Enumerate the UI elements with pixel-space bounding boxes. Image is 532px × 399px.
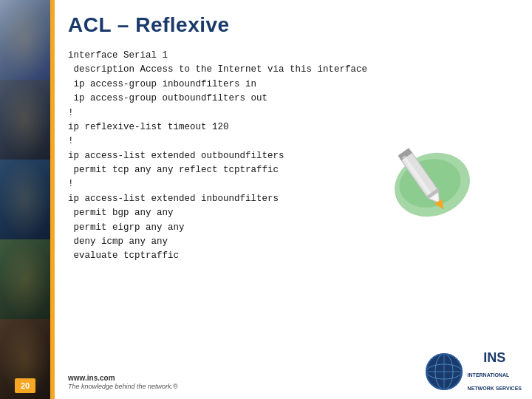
sidebar-photo-2 (0, 80, 50, 160)
ins-company-name: INS INTERNATIONAL NETWORK SERVICES (468, 350, 522, 392)
ins-logo: INS INTERNATIONAL NETWORK SERVICES (425, 350, 522, 393)
ins-globe-icon (425, 352, 463, 391)
sidebar-photo-4 (0, 239, 50, 319)
sidebar: 20 (0, 0, 50, 399)
slide-number: 20 (15, 378, 35, 393)
ins-text-block: INS INTERNATIONAL NETWORK SERVICES (468, 350, 522, 393)
sidebar-photos (0, 0, 50, 399)
footer-url: www.ins.com (68, 374, 178, 382)
sidebar-photo-3 (0, 160, 50, 239)
sidebar-photo-1 (0, 0, 50, 80)
footer-tagline: The knowledge behind the network.® (68, 383, 178, 390)
footer: www.ins.com The knowledge behind the net… (68, 374, 178, 390)
tool-graphic (377, 133, 473, 222)
main-content: ACL – Reflexive interface Serial 1 descr… (55, 0, 532, 399)
slide-title: ACL – Reflexive (68, 13, 517, 37)
